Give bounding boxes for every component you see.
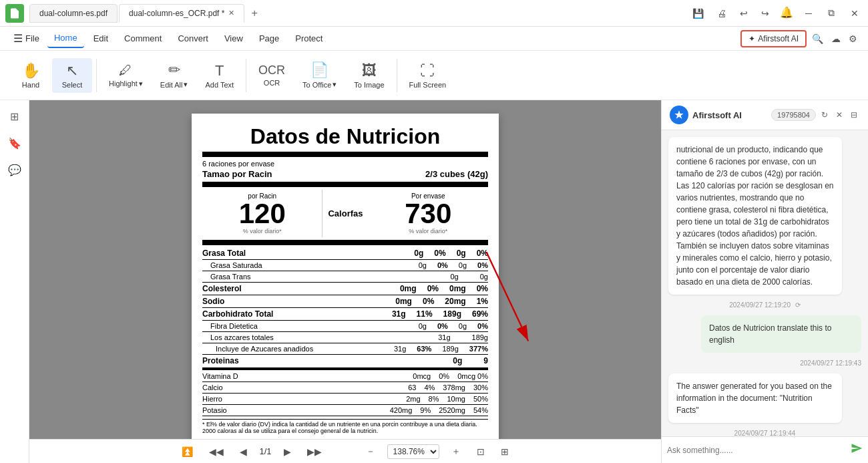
- ai-close-button[interactable]: ✕: [833, 109, 845, 121]
- ai-expand-button[interactable]: ⊟: [848, 109, 860, 121]
- file-menu[interactable]: ☰ File: [8, 29, 45, 47]
- full-screen-tool-button[interactable]: ⛶ Full Screen: [401, 58, 455, 93]
- menubar: ☰ File Home Edit Comment Convert View Pa…: [0, 27, 868, 51]
- add-text-label: Add Text: [205, 81, 234, 89]
- divider-3: [397, 59, 397, 92]
- titlebar-right: 💾 🖨 ↩ ↪ 🔔 ─ ⧉ ✕: [690, 5, 863, 21]
- go-to-last-page-button[interactable]: ▶▶: [303, 444, 326, 460]
- search-button[interactable]: 🔍: [809, 31, 826, 47]
- nf-cal-serving: por Racin 120 % valor diario*: [202, 190, 322, 237]
- tab-1[interactable]: dual-column-es.pdf: [29, 4, 118, 23]
- restore-button[interactable]: ⧉: [824, 6, 839, 20]
- close-button[interactable]: ✕: [847, 6, 863, 20]
- go-to-prev-page-button[interactable]: ◀◀: [205, 444, 228, 460]
- ai-panel-controls: 19795804 ↻ ✕ ⊟: [771, 109, 860, 121]
- ai-refresh-button[interactable]: ↻: [819, 109, 831, 121]
- to-office-tool-button[interactable]: 📄 To Office▾: [294, 57, 345, 93]
- app-icon: [5, 4, 24, 23]
- go-to-first-page-button[interactable]: ⏫: [178, 444, 197, 460]
- tab-2-close[interactable]: ✕: [228, 9, 234, 17]
- nf-calories-section: por Racin 120 % valor diario* Calorfas P…: [202, 190, 488, 237]
- print-button[interactable]: 🖨: [714, 5, 729, 21]
- file-menu-label: File: [25, 33, 39, 43]
- nf-row-fibra: Fibra Dietetica 0g0%0g0%: [202, 321, 488, 331]
- zoom-out-button[interactable]: －: [362, 443, 379, 460]
- zoom-select[interactable]: 138.76%: [387, 444, 439, 459]
- select-label: Select: [62, 81, 83, 89]
- ai-message-1-text: nutricional de un producto, indicando qu…: [676, 145, 833, 287]
- chat-input[interactable]: [667, 446, 847, 455]
- edit-menu-item[interactable]: Edit: [87, 29, 115, 47]
- zoom-in-button[interactable]: ＋: [447, 443, 465, 460]
- ai-panel-title: Afirstsoft AI: [670, 106, 742, 124]
- nf-row-proteinas: Proteinas 0g9: [202, 355, 488, 366]
- tab-2[interactable]: dual-column-es_OCR.pdf * ✕: [119, 4, 244, 23]
- fit-page-button[interactable]: ⊡: [473, 444, 489, 460]
- nf-serving-label: Tamao por Racin: [202, 169, 272, 179]
- page-menu-item[interactable]: Page: [252, 29, 286, 47]
- nf-row-azucares: Los azcares totales 31g189g: [202, 333, 488, 342]
- undo-button[interactable]: ↩: [737, 5, 750, 21]
- nf-cal-container: Por envase 730 % valor diario*: [369, 190, 488, 237]
- prev-page-button[interactable]: ◀: [236, 444, 251, 460]
- window-controls: 🔔 ─ ⧉ ✕: [780, 6, 863, 20]
- nf-row-carbs: Carbohidrato Total 31g11%189g69%: [202, 309, 488, 319]
- nf-row-sodio: Sodio 0mg0%20mg1%: [202, 296, 488, 307]
- add-text-tool-button[interactable]: T Add Text: [197, 58, 242, 93]
- nf-footnote-2: 2000 caloras al da se utiliza para el co…: [202, 428, 488, 434]
- divider-2: [246, 59, 246, 92]
- nf-footnote-1: * El% de valor diario (DV) indica la can…: [202, 421, 488, 428]
- home-menu-item[interactable]: Home: [47, 29, 84, 48]
- chat-area: nutricional de un producto, indicando qu…: [662, 130, 868, 436]
- cloud-button[interactable]: ☁: [829, 31, 843, 47]
- ai-panel-header: Afirstsoft AI 19795804 ↻ ✕ ⊟: [662, 100, 868, 130]
- ai-star-icon: ✦: [748, 34, 755, 43]
- edit-all-tool-button[interactable]: ✏ Edit All▾: [152, 57, 196, 93]
- hand-tool-button[interactable]: ✋ Hand: [11, 58, 51, 93]
- fit-width-button[interactable]: ⊞: [497, 444, 513, 460]
- ai-message-2: The answer generated for you based on th…: [668, 373, 842, 423]
- sidebar-comment-icon[interactable]: 💬: [4, 159, 25, 180]
- page-info: 1/1: [259, 446, 271, 456]
- convert-menu-item[interactable]: Convert: [171, 29, 215, 47]
- next-page-button[interactable]: ▶: [280, 444, 295, 460]
- to-image-tool-button[interactable]: 🖼 To Image: [346, 58, 392, 93]
- user-message-1-time: 2024/09/27 12:19:43: [668, 359, 861, 367]
- nf-row-grasa-total: Grasa Total 0g0%0g0%: [202, 248, 488, 259]
- nf-hierro: Hierro 2mg8%10mg50%: [202, 394, 488, 404]
- protect-menu-item[interactable]: Protect: [288, 29, 329, 47]
- add-tab-button[interactable]: +: [246, 4, 262, 23]
- ocr-label: OCR: [264, 79, 280, 87]
- pdf-viewer: Datos de Nutricion 6 raciones por envase…: [29, 100, 661, 463]
- nf-row-values: 0g0%0g0%: [414, 249, 488, 258]
- edit-all-label: Edit All▾: [160, 80, 188, 89]
- nf-footnote: * El% de valor diario (DV) indica la can…: [202, 419, 488, 434]
- nf-divider-calories: [202, 182, 488, 187]
- view-menu-item[interactable]: View: [218, 29, 250, 47]
- nf-calcio: Calcio 634%378mg30%: [202, 383, 488, 392]
- comment-menu-item[interactable]: Comment: [118, 29, 168, 47]
- main-content: ⊞ 🔖 💬 Datos de Nutricion 6 raciones por …: [0, 100, 868, 463]
- sidebar-bookmark-icon[interactable]: 🔖: [4, 132, 25, 154]
- notification-icon[interactable]: 🔔: [780, 6, 793, 20]
- toolbar: ✋ Hand ↖ Select 🖊 Highlight▾ ✏ Edit All▾…: [0, 51, 868, 100]
- select-icon: ↖: [66, 62, 78, 80]
- to-image-label: To Image: [354, 81, 384, 89]
- nf-serving-size: Tamao por Racin 2/3 cubes (42g): [202, 169, 488, 179]
- sidebar-thumbnail-icon[interactable]: ⊞: [4, 106, 25, 127]
- minimize-button[interactable]: ─: [801, 6, 816, 20]
- ocr-tool-button[interactable]: OCR OCR: [250, 59, 293, 91]
- titlebar-left: dual-column-es.pdf dual-column-es_OCR.pd…: [5, 4, 263, 23]
- select-tool-button[interactable]: ↖ Select: [52, 58, 92, 93]
- settings-button[interactable]: ⚙: [846, 31, 860, 47]
- highlight-tool-button[interactable]: 🖊 Highlight▾: [101, 59, 151, 92]
- send-button[interactable]: [851, 442, 863, 458]
- redo-button[interactable]: ↪: [758, 5, 772, 21]
- chat-input-area: [662, 436, 868, 463]
- save-button[interactable]: 💾: [690, 5, 706, 21]
- to-office-label: To Office▾: [302, 80, 337, 89]
- nf-divider-top: [202, 152, 488, 157]
- nf-row-azucares-anadidos: Incluye de Azucares anadidos 31g63%189g3…: [202, 344, 488, 353]
- ocr-icon: OCR: [258, 63, 285, 78]
- afirstsoft-ai-button[interactable]: ✦ Afirstsoft AI: [740, 30, 807, 47]
